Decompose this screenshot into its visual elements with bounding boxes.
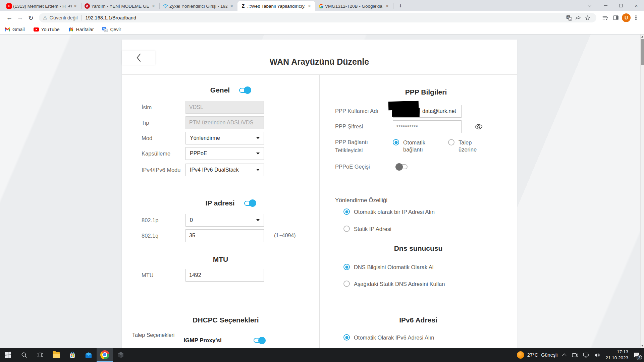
chrome-taskbar-button[interactable] <box>97 348 113 362</box>
tab-close-icon[interactable]: × <box>384 3 390 9</box>
profile-avatar[interactable]: U <box>622 13 631 22</box>
share-icon[interactable] <box>574 13 583 22</box>
reload-button[interactable]: ↻ <box>25 12 36 23</box>
url-text[interactable]: 192.168.1.1/Broadband <box>85 15 564 20</box>
tab-web-configurator-active[interactable]: Z .::Web Tabanlı Yapılandırıcıya Ho × <box>237 1 315 11</box>
field-row-8021q: 802.1q (1~4094) <box>142 229 319 242</box>
network-tray-button[interactable] <box>581 348 592 362</box>
field-row-8021p: 802.1p 0 <box>142 214 319 227</box>
general-toggle[interactable] <box>239 88 251 93</box>
media-controls-icon[interactable] <box>600 13 610 22</box>
chevron-down-icon <box>256 219 260 221</box>
radio-static-ip[interactable]: Statik IP Adresi <box>343 226 517 233</box>
task-view-button[interactable] <box>32 348 48 362</box>
file-explorer-button[interactable] <box>48 348 64 362</box>
show-password-eye-icon[interactable] <box>474 123 483 130</box>
translate-icon[interactable]: Aa <box>564 13 574 22</box>
tab-search-icon[interactable] <box>582 0 598 11</box>
tab-donanimhaber[interactable]: d Yardım - YENİ MODEME GEÇTİM × <box>82 1 159 11</box>
ip-address-toggle[interactable] <box>244 201 256 206</box>
8021p-select[interactable]: 0 <box>185 214 264 227</box>
address-bar[interactable]: ⚠ Güvenli değil 192.168.1.1/Broadband Aa <box>39 13 596 22</box>
igmp-proxy-toggle[interactable] <box>254 338 265 343</box>
notification-center-button[interactable]: 2 <box>631 348 644 362</box>
security-label[interactable]: Güvenli değil <box>50 15 78 20</box>
field-row-type: Tip <box>142 116 319 129</box>
name-input[interactable] <box>185 101 264 114</box>
window-close-button[interactable]: × <box>629 0 644 11</box>
tab-close-icon[interactable]: × <box>151 3 156 9</box>
tab-close-icon[interactable]: × <box>229 3 234 9</box>
show-hidden-icons-button[interactable] <box>560 348 570 362</box>
tab-title: .::Web Tabanlı Yapılandırıcıya Ho <box>247 4 305 9</box>
mtu-input[interactable] <box>185 269 264 282</box>
radio-dns-static[interactable]: Aşağıdaki Statik DNS Adresini Kullan <box>343 281 517 288</box>
radio-ipv6-auto[interactable]: Otomatik Olarak IPv6 Adresi Alın <box>343 334 517 341</box>
volume-tray-button[interactable] <box>592 348 603 362</box>
forward-button[interactable]: → <box>15 12 25 23</box>
mtu-heading: MTU <box>213 255 228 263</box>
not-secure-warning-icon: ⚠ <box>43 15 47 20</box>
tab-youtube[interactable]: (1313) Mehmet Erdem - Hak × <box>3 1 81 11</box>
field-row-mode: Mod Yönlendirme <box>142 132 319 144</box>
radio-on-demand[interactable]: Talep üzerine <box>448 139 482 155</box>
tab-close-icon[interactable]: × <box>72 3 78 9</box>
meet-now-button[interactable] <box>570 348 581 362</box>
radio-icon[interactable] <box>393 139 399 145</box>
wifi-icon <box>163 3 168 9</box>
encapsulation-select[interactable]: PPPoE <box>185 147 264 160</box>
radio-icon[interactable] <box>343 264 350 270</box>
back-chevron-button[interactable] <box>122 51 155 65</box>
window-maximize-button[interactable] <box>613 0 629 11</box>
pppoe-passthrough-toggle[interactable] <box>396 164 408 169</box>
radio-icon[interactable] <box>343 334 350 341</box>
ip-mode-select[interactable]: IPv4 IPv6 DualStack <box>185 164 264 176</box>
weather-condition: Güneşli <box>541 352 557 358</box>
radio-label: Statik IP Adresi <box>354 226 391 233</box>
bookmark-youtube[interactable]: YouTube <box>34 27 60 32</box>
radio-icon[interactable] <box>448 139 454 145</box>
radio-auto-connect[interactable]: Otomatik bağlantı <box>393 139 435 155</box>
radio-icon[interactable] <box>343 281 350 287</box>
radio-icon[interactable] <box>343 226 350 232</box>
bookmark-gmail[interactable]: Gmail <box>5 27 25 32</box>
scroll-up-icon[interactable] <box>641 36 643 38</box>
bookmark-label: Haritalar <box>76 27 94 32</box>
window-minimize-button[interactable] <box>598 0 613 11</box>
start-button[interactable] <box>0 348 16 362</box>
radio-auto-ip[interactable]: Otomatik olarak bir IP Adresi Alın <box>343 208 517 216</box>
app-button-dark[interactable] <box>113 348 129 362</box>
radio-icon[interactable] <box>343 208 350 215</box>
mode-select[interactable]: Yönlendirme <box>185 132 264 144</box>
browser-menu-icon[interactable] <box>632 15 640 20</box>
svg-text:d: d <box>86 4 89 8</box>
scroll-down-icon[interactable] <box>641 345 643 347</box>
tab-close-icon[interactable]: × <box>307 3 312 9</box>
side-panel-icon[interactable] <box>611 13 621 22</box>
card-header: WAN Arayüzünü Düzenle <box>122 40 517 74</box>
page-scrollbar[interactable] <box>640 35 644 348</box>
bookmark-star-icon[interactable] <box>583 13 592 22</box>
taskbar-clock[interactable]: 17:13 21.10.2023 <box>603 348 631 362</box>
ppp-password-input[interactable] <box>393 120 462 133</box>
field-row-encapsulation: Kapsülleme PPPoE <box>142 147 319 160</box>
scrollbar-thumb[interactable] <box>641 39 644 65</box>
section-row-general-ppp: Genel İsim Tip Mod Yönlendirme Kapsüllem… <box>122 74 517 189</box>
bookmark-maps[interactable]: Haritalar <box>68 27 94 32</box>
weather-widget[interactable]: 27°C Güneşli <box>515 348 560 362</box>
mail-button[interactable] <box>80 348 97 362</box>
microsoft-store-button[interactable] <box>64 348 80 362</box>
bookmark-translate[interactable]: Ga Çevir <box>102 27 121 32</box>
taskbar-search-button[interactable] <box>16 348 32 362</box>
new-tab-button[interactable]: + <box>396 2 405 10</box>
ppp-password-label: PPP Şifresi <box>335 123 393 131</box>
tab-google-search[interactable]: VMG1312-T20B - Google'da Ara × <box>315 1 393 11</box>
wan-edit-card: WAN Arayüzünü Düzenle Genel İsim Tip Mod <box>122 40 517 348</box>
radio-dns-auto[interactable]: DNS Bilgisini Otomatik Olarak Al <box>343 264 517 271</box>
general-heading: Genel <box>210 86 230 94</box>
tab-audio-icon[interactable] <box>67 3 72 9</box>
tab-zyxel-login[interactable]: Zyxel Yönlendirici Girişi - 192.168 × <box>160 1 237 11</box>
8021q-input[interactable] <box>185 229 264 242</box>
type-input[interactable] <box>185 116 264 129</box>
back-button[interactable]: ← <box>4 12 15 23</box>
